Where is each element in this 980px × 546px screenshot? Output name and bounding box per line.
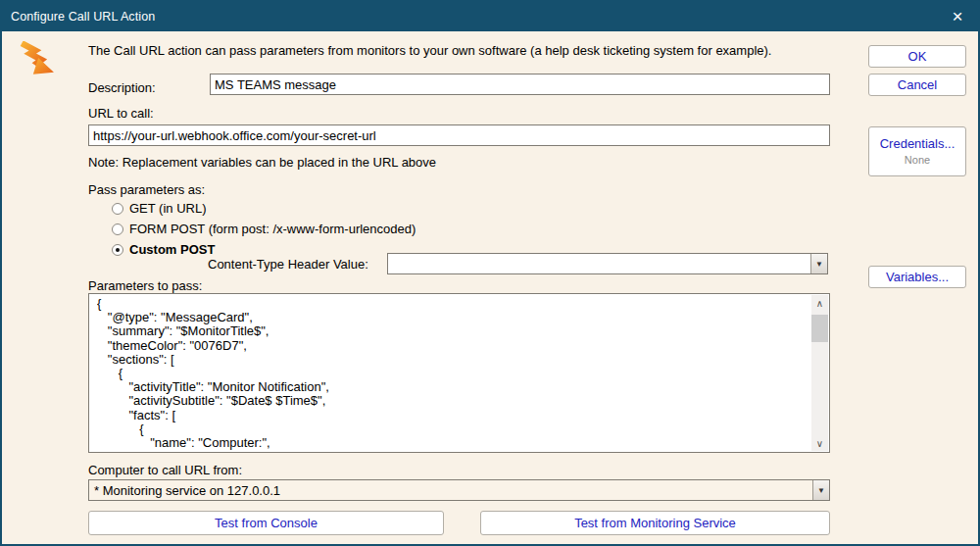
computer-combobox[interactable]: * Monitoring service on 127.0.0.1 ▼ xyxy=(88,479,830,501)
ok-button[interactable]: OK xyxy=(868,45,966,68)
url-input[interactable] xyxy=(88,124,830,146)
parameters-text[interactable]: { "@type": "MessageCard", "summary": "$M… xyxy=(97,297,808,450)
url-label: URL to call: xyxy=(88,106,154,121)
chevron-down-icon[interactable]: ▼ xyxy=(812,480,829,500)
credentials-button-label: Credentials... xyxy=(880,136,956,152)
content-type-combobox[interactable]: ▼ xyxy=(387,253,828,274)
credentials-button[interactable]: Credentials... None xyxy=(868,126,966,176)
vertical-scrollbar[interactable]: ∧ ∨ xyxy=(811,295,828,451)
intro-text: The Call URL action can pass parameters … xyxy=(88,43,771,58)
radio-custom-post[interactable]: Custom POST xyxy=(112,242,215,257)
scrollbar-track[interactable] xyxy=(811,311,828,435)
variables-button[interactable]: Variables... xyxy=(868,266,966,288)
scroll-down-icon[interactable]: ∨ xyxy=(811,435,828,451)
radio-form-post-label: FORM POST (form post: /x-www-form-urlenc… xyxy=(129,222,416,236)
radio-get[interactable]: GET (in URL) xyxy=(112,201,207,216)
description-input[interactable] xyxy=(210,74,830,95)
description-label: Description: xyxy=(88,80,156,95)
dialog-title: Configure Call URL Action xyxy=(2,10,155,24)
credentials-status: None xyxy=(905,152,930,168)
scrollbar-thumb[interactable] xyxy=(811,315,828,342)
radio-custom-post-circle[interactable] xyxy=(112,244,123,256)
close-icon[interactable]: × xyxy=(945,4,970,29)
url-note: Note: Replacement variables can be place… xyxy=(88,155,436,170)
pass-parameters-label: Pass parameters as: xyxy=(88,182,205,197)
radio-custom-post-label: Custom POST xyxy=(129,242,215,257)
lightning-arrow-icon xyxy=(18,41,55,78)
chevron-down-icon[interactable]: ▼ xyxy=(810,254,827,273)
parameters-label: Parameters to pass: xyxy=(88,278,202,293)
test-from-monitoring-service-button[interactable]: Test from Monitoring Service xyxy=(480,511,830,535)
radio-get-circle[interactable] xyxy=(112,203,123,215)
computer-value: * Monitoring service on 127.0.0.1 xyxy=(89,483,812,498)
content-type-label: Content-Type Header Value: xyxy=(208,257,368,272)
scroll-up-icon[interactable]: ∧ xyxy=(811,295,828,311)
radio-form-post[interactable]: FORM POST (form post: /x-www-form-urlenc… xyxy=(112,222,416,236)
parameters-textarea[interactable]: { "@type": "MessageCard", "summary": "$M… xyxy=(88,293,830,453)
computer-label: Computer to call URL from: xyxy=(88,463,242,477)
configure-call-url-dialog: Configure Call URL Action × The Call URL… xyxy=(0,0,980,546)
cancel-button[interactable]: Cancel xyxy=(868,74,966,96)
titlebar: Configure Call URL Action × xyxy=(2,2,978,31)
radio-get-label: GET (in URL) xyxy=(129,201,207,216)
test-from-console-button[interactable]: Test from Console xyxy=(88,511,444,535)
radio-form-post-circle[interactable] xyxy=(112,223,123,235)
